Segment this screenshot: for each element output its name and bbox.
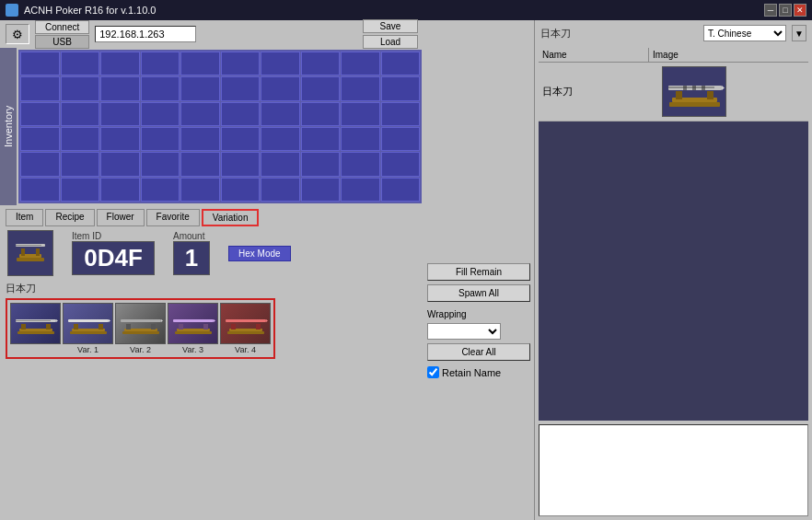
close-button[interactable]: ✕ [794, 4, 806, 17]
svg-rect-9 [46, 324, 51, 329]
variation-item-2[interactable]: Var. 2 [115, 303, 166, 354]
save-button[interactable]: Save [363, 19, 418, 33]
svg-marker-18 [109, 319, 110, 322]
grid-cell[interactable] [221, 178, 261, 202]
load-button[interactable]: Load [363, 35, 418, 49]
grid-cell[interactable] [341, 152, 380, 176]
grid-cell[interactable] [261, 178, 300, 202]
table-row[interactable]: 日本刀 [539, 63, 808, 121]
dropdown-arrow-button[interactable]: ▼ [792, 25, 806, 41]
grid-cell[interactable] [341, 76, 380, 100]
grid-cell[interactable] [20, 76, 60, 100]
grid-cell[interactable] [180, 52, 220, 75]
grid-cell[interactable] [61, 102, 100, 126]
grid-cell[interactable] [301, 127, 341, 151]
grid-cell[interactable] [180, 178, 220, 202]
grid-cell[interactable] [141, 152, 180, 176]
wrapping-select[interactable] [427, 323, 501, 340]
grid-cell[interactable] [381, 76, 421, 100]
grid-cell[interactable] [221, 152, 261, 176]
settings-button[interactable]: ⚙ [6, 24, 29, 44]
connect-button[interactable]: Connect [35, 20, 89, 34]
tab-flower[interactable]: Flower [97, 209, 145, 226]
grid-cell[interactable] [100, 52, 140, 75]
grid-cell[interactable] [61, 152, 100, 176]
grid-cell[interactable] [341, 102, 380, 126]
grid-cell[interactable] [141, 52, 180, 75]
grid-cell[interactable] [100, 127, 140, 151]
grid-cell[interactable] [20, 52, 60, 75]
grid-cell[interactable] [61, 76, 100, 100]
amount-display[interactable]: 1 [173, 241, 210, 275]
table-header-name: Name [539, 48, 649, 62]
tab-item[interactable]: Item [6, 209, 43, 226]
grid-cell[interactable] [20, 102, 60, 126]
grid-cell[interactable] [261, 152, 300, 176]
grid-cell[interactable] [381, 52, 421, 75]
ip-address-input[interactable] [95, 26, 196, 42]
maximize-button[interactable]: □ [779, 4, 792, 17]
grid-cell[interactable] [221, 102, 261, 126]
grid-cell[interactable] [381, 178, 421, 202]
variation-item-default[interactable] [10, 303, 61, 354]
grid-cell[interactable] [61, 52, 100, 75]
grid-cell[interactable] [20, 127, 60, 151]
grid-cell[interactable] [141, 76, 180, 100]
hex-mode-button[interactable]: Hex Mode [228, 246, 291, 261]
bottom-text-area[interactable] [539, 424, 808, 516]
variation-item-1[interactable]: Var. 1 [63, 303, 113, 354]
grid-cell[interactable] [301, 102, 341, 126]
app-title: ACNH Poker R16 for v.1.10.0 [24, 5, 156, 16]
grid-cell[interactable] [341, 127, 380, 151]
grid-cell[interactable] [180, 76, 220, 100]
grid-cell[interactable] [20, 152, 60, 176]
grid-cell[interactable] [100, 76, 140, 100]
grid-cell[interactable] [381, 102, 421, 126]
grid-cell[interactable] [341, 52, 380, 75]
grid-cell[interactable] [381, 127, 421, 151]
language-select[interactable]: T. Chinese English Japanese [703, 25, 786, 41]
item-id-display[interactable]: 0D4F [72, 241, 155, 275]
grid-cell[interactable] [221, 52, 261, 75]
table-item-svg [665, 69, 725, 115]
grid-cell[interactable] [20, 178, 60, 202]
grid-cell[interactable] [261, 52, 300, 75]
grid-cell[interactable] [301, 52, 341, 75]
tab-favorite[interactable]: Favorite [146, 209, 200, 226]
variation-item-3[interactable]: Var. 3 [168, 303, 218, 354]
svg-rect-37 [669, 102, 720, 107]
tab-recipe[interactable]: Recipe [45, 209, 94, 226]
grid-cell[interactable] [61, 127, 100, 151]
grid-cell[interactable] [141, 178, 180, 202]
grid-cell[interactable] [180, 152, 220, 176]
svg-rect-42 [668, 87, 714, 88]
sword-svg-3 [170, 306, 216, 342]
grid-cell[interactable] [301, 152, 341, 176]
grid-cell[interactable] [141, 127, 180, 151]
grid-cell[interactable] [221, 76, 261, 100]
grid-cell[interactable] [100, 152, 140, 176]
grid-cell[interactable] [221, 127, 261, 151]
variation-item-4[interactable]: Var. 4 [220, 303, 271, 354]
svg-rect-8 [21, 324, 26, 329]
grid-cell[interactable] [301, 76, 341, 100]
grid-cell[interactable] [100, 102, 140, 126]
grid-cell[interactable] [100, 178, 140, 202]
grid-cell[interactable] [261, 76, 300, 100]
retain-name-checkbox[interactable] [427, 366, 439, 378]
tab-variation[interactable]: Variation [202, 209, 260, 226]
grid-cell[interactable] [341, 178, 380, 202]
fill-remain-button[interactable]: Fill Remain [427, 263, 530, 281]
minimize-button[interactable]: ─ [764, 4, 777, 17]
usb-button[interactable]: USB [35, 35, 89, 49]
grid-cell[interactable] [141, 102, 180, 126]
spawn-all-button[interactable]: Spawn All [427, 284, 530, 302]
grid-cell[interactable] [261, 127, 300, 151]
grid-cell[interactable] [180, 102, 220, 126]
clear-all-button[interactable]: Clear All [427, 343, 530, 361]
grid-cell[interactable] [61, 178, 100, 202]
grid-cell[interactable] [180, 127, 220, 151]
grid-cell[interactable] [301, 178, 341, 202]
grid-cell[interactable] [261, 102, 300, 126]
grid-cell[interactable] [381, 152, 421, 176]
